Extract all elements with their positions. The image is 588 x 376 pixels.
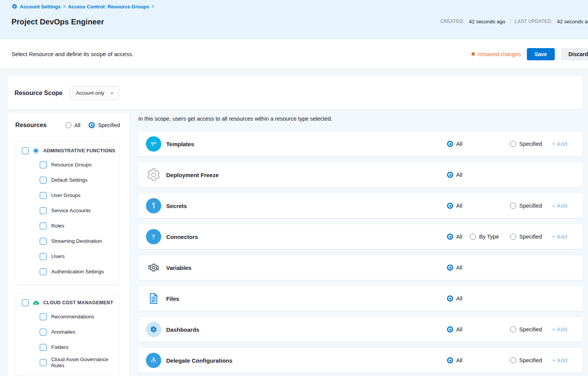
resource-groups-list: ADMINISTRATIVE FUNCTIONS Resource Groups… bbox=[8, 141, 129, 376]
radio-icon[interactable] bbox=[65, 122, 71, 128]
radio-specified[interactable]: Specified bbox=[510, 326, 542, 332]
radio-all[interactable]: All bbox=[447, 234, 462, 240]
radio-icon[interactable] bbox=[510, 234, 516, 240]
discard-button[interactable]: Discard bbox=[561, 48, 588, 60]
resource-type-label: Secrets bbox=[166, 203, 187, 209]
save-button[interactable]: Save bbox=[527, 48, 555, 60]
radio-selected-icon[interactable] bbox=[89, 122, 95, 128]
page-header: Account Settings > Access Control: Resou… bbox=[0, 0, 588, 39]
radio-selected-icon[interactable] bbox=[447, 357, 453, 363]
radio-all[interactable]: All bbox=[447, 141, 462, 147]
page: Account Settings > Access Control: Resou… bbox=[0, 0, 588, 376]
meta-divider bbox=[510, 18, 510, 24]
resource-item-checkbox[interactable] bbox=[40, 253, 47, 260]
deployment-freeze-gear-icon bbox=[146, 167, 161, 182]
resource-item-checkbox[interactable] bbox=[40, 313, 47, 320]
resource-item[interactable]: Cloud Asset Governance Rules bbox=[40, 355, 115, 370]
resource-item-checkbox[interactable] bbox=[40, 344, 47, 351]
resource-type-row: Secrets All Specified + Add bbox=[138, 194, 583, 218]
resources-radio-specified[interactable]: Specified bbox=[89, 122, 120, 128]
radio-all[interactable]: All bbox=[447, 357, 462, 363]
delegate-hierarchy-icon bbox=[146, 353, 161, 368]
resource-item-checkbox[interactable] bbox=[40, 329, 47, 336]
add-button[interactable]: + Add bbox=[552, 203, 567, 209]
resource-item-checkbox[interactable] bbox=[40, 207, 47, 214]
radio-icon[interactable] bbox=[510, 203, 516, 209]
radio-icon[interactable] bbox=[510, 357, 516, 363]
variables-gear-sync-icon bbox=[146, 260, 161, 275]
radio-all[interactable]: All bbox=[447, 172, 462, 178]
svg-text:$: $ bbox=[35, 301, 37, 305]
resource-type-row: Variables All bbox=[138, 255, 583, 280]
resource-type-row: Dashboards All Specified + Add bbox=[138, 317, 583, 342]
account-settings-gear-icon bbox=[11, 3, 18, 10]
radio-specified[interactable]: Specified bbox=[510, 357, 542, 363]
resource-item-checkbox[interactable] bbox=[40, 161, 47, 168]
resource-type-row: Deployment Freeze All bbox=[138, 163, 583, 187]
resource-item-label: Resource Groups bbox=[51, 162, 92, 168]
radio-selected-icon[interactable] bbox=[447, 295, 453, 302]
resource-item-checkbox[interactable] bbox=[40, 177, 47, 184]
unsaved-changes-indicator: Unsaved changes bbox=[471, 51, 521, 57]
radio-selected-icon[interactable] bbox=[447, 203, 453, 209]
add-button[interactable]: + Add bbox=[552, 141, 567, 147]
radio-selected-icon[interactable] bbox=[447, 141, 453, 147]
resource-item-checkbox[interactable] bbox=[40, 359, 47, 366]
breadcrumb: Account Settings > Access Control: Resou… bbox=[11, 2, 588, 11]
category-checkbox[interactable] bbox=[22, 147, 29, 154]
radio-all[interactable]: All bbox=[447, 265, 462, 271]
breadcrumb-separator: > bbox=[63, 4, 66, 9]
radio-specified[interactable]: Specified bbox=[510, 141, 542, 147]
radio-specified[interactable]: Specified bbox=[510, 203, 542, 209]
radio-all-label: All bbox=[456, 265, 462, 271]
unsaved-changes-label: Unsaved changes bbox=[478, 51, 521, 57]
resources-radio-all[interactable]: All bbox=[65, 122, 81, 128]
radio-selected-icon[interactable] bbox=[447, 265, 453, 271]
radio-selected-icon[interactable] bbox=[447, 234, 453, 240]
resource-item-checkbox[interactable] bbox=[40, 268, 47, 275]
radio-by-type-label: By Type bbox=[479, 234, 499, 240]
resource-item-checkbox[interactable] bbox=[40, 223, 47, 229]
add-button[interactable]: + Add bbox=[552, 357, 567, 363]
resource-scope-select[interactable]: Account only bbox=[70, 86, 119, 100]
created-label: CREATED: bbox=[440, 19, 464, 24]
radio-all[interactable]: All bbox=[447, 326, 462, 332]
radio-icon[interactable] bbox=[470, 234, 476, 240]
templates-icon bbox=[146, 136, 161, 152]
cloud-dollar-icon: $ bbox=[32, 299, 39, 306]
resource-item[interactable]: Anomalies bbox=[40, 324, 115, 340]
radio-by-type[interactable]: By Type bbox=[470, 234, 499, 240]
radio-all[interactable]: All bbox=[447, 203, 462, 209]
resource-item[interactable]: Authentication Settings bbox=[40, 264, 115, 279]
resource-item[interactable]: Service Accounts bbox=[40, 203, 115, 218]
resource-item-checkbox[interactable] bbox=[40, 192, 47, 199]
admin-gear-icon bbox=[32, 147, 39, 154]
radio-selected-icon[interactable] bbox=[447, 172, 453, 178]
resource-item[interactable]: Default Settings bbox=[40, 173, 115, 188]
resources-title: Resources bbox=[15, 122, 47, 129]
breadcrumb-access-control-resource-groups[interactable]: Access Control: Resource Groups bbox=[68, 4, 149, 10]
resource-item[interactable]: Folders bbox=[40, 340, 115, 355]
resource-type-label: Deployment Freeze bbox=[166, 172, 219, 178]
breadcrumb-account-settings[interactable]: Account Settings bbox=[20, 4, 61, 10]
resource-item-label: User Groups bbox=[51, 192, 81, 198]
resource-item[interactable]: Streaming Destination bbox=[40, 234, 115, 249]
radio-specified-label: Specified bbox=[519, 326, 542, 332]
resource-item-checkbox[interactable] bbox=[40, 238, 47, 245]
resource-item[interactable]: Roles bbox=[40, 218, 115, 234]
radio-icon[interactable] bbox=[510, 326, 516, 332]
radio-all[interactable]: All bbox=[447, 295, 462, 302]
resource-item[interactable]: Resource Groups bbox=[40, 157, 115, 173]
radio-selected-icon[interactable] bbox=[447, 326, 453, 332]
resource-item[interactable]: User Groups bbox=[40, 188, 115, 203]
radio-specified[interactable]: Specified bbox=[510, 234, 542, 240]
radio-icon[interactable] bbox=[510, 141, 516, 147]
radio-specified-label: Specified bbox=[519, 203, 542, 209]
resource-type-label: Templates bbox=[166, 141, 194, 147]
resource-item[interactable]: Users bbox=[40, 249, 115, 264]
resource-item-label: Authentication Settings bbox=[51, 269, 104, 275]
add-button[interactable]: + Add bbox=[552, 326, 567, 332]
category-checkbox[interactable] bbox=[22, 299, 29, 306]
resource-item[interactable]: Recommendations bbox=[40, 309, 115, 324]
add-button[interactable]: + Add bbox=[552, 234, 567, 240]
